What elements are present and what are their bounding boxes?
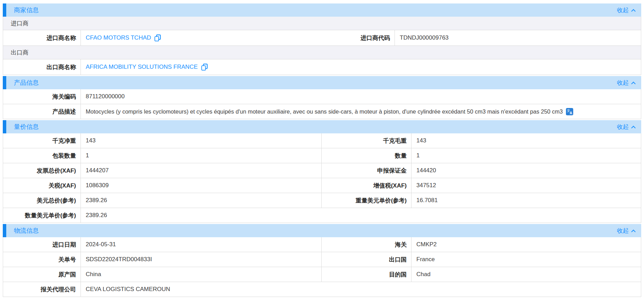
invoice-total-label: 发票总价(XAF) (3, 163, 81, 178)
declared-deposit-value: 144420 (412, 163, 641, 178)
section-title: 量价信息 (14, 123, 39, 131)
quantity-label: 数量 (322, 148, 412, 163)
usd-total-label: 美元总价(参考) (3, 193, 81, 208)
hs-code-row: 海关编码 871120000000 (3, 89, 641, 104)
section-title: 物流信息 (14, 226, 39, 235)
table-row: 关税(XAF) 1086309 增值税(XAF) 347512 (3, 178, 641, 193)
usd-unit-qty-value: 2389.26 (81, 208, 641, 223)
collapse-button[interactable]: 收起 (617, 79, 635, 87)
collapse-button[interactable]: 收起 (617, 227, 635, 235)
table-row: 发票总价(XAF) 1444207 申报保证金 144420 (3, 163, 641, 178)
trade-record-detail: 商家信息 收起 进口商 进口商名称 CFAO MOTORS TCHAD (3, 3, 641, 297)
chevron-up-icon (631, 229, 636, 234)
importer-name-link[interactable]: CFAO MOTORS TCHAD (86, 34, 151, 41)
vat-label: 增值税(XAF) (322, 178, 412, 193)
import-date-label: 进口日期 (3, 237, 81, 252)
hs-code-value: 871120000000 (81, 89, 641, 104)
exporter-name-label: 出口商名称 (3, 59, 81, 75)
collapse-label: 收起 (617, 6, 629, 14)
importer-code-value: TDNDJ000009763 (395, 30, 641, 45)
exporter-name-link[interactable]: AFRICA MOBILITY SOLUTIONS FRANCE (86, 64, 198, 71)
package-qty-value: 1 (81, 148, 322, 163)
export-country-value: France (412, 252, 641, 267)
gross-weight-value: 143 (412, 133, 641, 148)
product-table: 海关编码 871120000000 产品描述 Motocycles (y com… (3, 89, 641, 119)
logistics-section-header: 物流信息 收起 (3, 224, 641, 237)
destination-country-label: 目的国 (322, 267, 412, 282)
exporter-subheader-row: 出口商 (3, 46, 641, 59)
collapse-label: 收起 (617, 227, 629, 235)
customs-order-no-value: SDSD22024TRD004833I (81, 252, 322, 267)
copy-icon[interactable] (201, 64, 208, 71)
product-desc-label: 产品描述 (3, 104, 81, 119)
customs-agent-value: CEVA LOGISTICS CAMEROUN (81, 282, 641, 297)
destination-country-value: Chad (412, 267, 641, 282)
tariff-label: 关税(XAF) (3, 178, 81, 193)
section-accent-bar (3, 76, 6, 89)
exporter-subheader: 出口商 (3, 46, 641, 59)
quantity-price-table: 千克净重 143 千克毛重 143 包装数量 1 数量 1 发票总价(XAF) … (3, 133, 641, 223)
net-weight-value: 143 (81, 133, 322, 148)
section-product-info: 产品信息 收起 海关编码 871120000000 产品描述 Motocycle… (3, 76, 641, 119)
table-row: 原产国 China 目的国 Chad (3, 267, 641, 282)
merchant-section-header: 商家信息 收起 (3, 3, 641, 17)
section-accent-bar (3, 120, 6, 133)
import-date-value: 2024-05-31 (81, 237, 322, 252)
product-desc-text: Motocycles (y compris les cyclomoteurs) … (86, 108, 563, 115)
section-quantity-price-info: 量价信息 收起 千克净重 143 千克毛重 143 包装数量 1 数量 1 发票… (3, 120, 641, 223)
section-title: 商家信息 (14, 6, 39, 14)
hs-code-label: 海关编码 (3, 89, 81, 104)
table-row: 数量美元单价(参考) 2389.26 (3, 208, 641, 223)
importer-code-label: 进口商代码 (314, 30, 395, 45)
collapse-label: 收起 (617, 79, 629, 87)
copy-icon[interactable] (154, 34, 161, 41)
importer-subheader-row: 进口商 (3, 17, 641, 30)
package-qty-label: 包装数量 (3, 148, 81, 163)
vat-value: 347512 (412, 178, 641, 193)
product-section-header: 产品信息 收起 (3, 76, 641, 89)
logistics-table: 进口日期 2024-05-31 海关 CMKP2 关单号 SDSD22024TR… (3, 237, 641, 297)
usd-unit-weight-value: 16.7081 (412, 193, 641, 208)
section-merchant-info: 商家信息 收起 进口商 进口商名称 CFAO MOTORS TCHAD (3, 3, 641, 75)
customs-label: 海关 (322, 237, 412, 252)
section-accent-bar (3, 3, 6, 17)
gross-weight-label: 千克毛重 (322, 133, 412, 148)
collapse-label: 收起 (617, 123, 629, 131)
section-accent-bar (3, 224, 6, 237)
customs-value: CMKP2 (412, 237, 641, 252)
product-desc-row: 产品描述 Motocycles (y compris les cyclomote… (3, 104, 641, 119)
invoice-total-value: 1444207 (81, 163, 322, 178)
origin-country-label: 原产国 (3, 267, 81, 282)
table-row: 包装数量 1 数量 1 (3, 148, 641, 163)
importer-name-label: 进口商名称 (3, 30, 81, 45)
translate-icon[interactable]: 文 A (566, 108, 573, 115)
table-row: 进口日期 2024-05-31 海关 CMKP2 (3, 237, 641, 252)
table-row: 千克净重 143 千克毛重 143 (3, 133, 641, 148)
customs-agent-label: 报关代理公司 (3, 282, 81, 297)
export-country-label: 出口国 (322, 252, 412, 267)
chevron-up-icon (631, 9, 636, 13)
collapse-button[interactable]: 收起 (617, 6, 635, 14)
chevron-up-icon (631, 125, 636, 130)
svg-text:A: A (570, 111, 572, 115)
usd-unit-qty-label: 数量美元单价(参考) (3, 208, 81, 223)
net-weight-label: 千克净重 (3, 133, 81, 148)
quantity-price-section-header: 量价信息 收起 (3, 120, 641, 133)
section-logistics-info: 物流信息 收起 进口日期 2024-05-31 海关 CMKP2 关单号 SDS… (3, 224, 641, 297)
exporter-row: 出口商名称 AFRICA MOBILITY SOLUTIONS FRANCE (3, 59, 641, 75)
merchant-table: 进口商 进口商名称 CFAO MOTORS TCHAD 进口商代码 TDNDJ0… (3, 17, 641, 75)
declared-deposit-label: 申报保证金 (322, 163, 412, 178)
usd-unit-weight-label: 重量美元单价(参考) (322, 193, 412, 208)
tariff-value: 1086309 (81, 178, 322, 193)
customs-order-no-label: 关单号 (3, 252, 81, 267)
importer-row: 进口商名称 CFAO MOTORS TCHAD 进口商代码 TDNDJ00000… (3, 30, 641, 46)
chevron-up-icon (631, 81, 636, 86)
section-title: 产品信息 (14, 78, 39, 87)
usd-total-value: 2389.26 (81, 193, 322, 208)
table-row: 关单号 SDSD22024TRD004833I 出口国 France (3, 252, 641, 267)
table-row: 报关代理公司 CEVA LOGISTICS CAMEROUN (3, 282, 641, 297)
table-row: 美元总价(参考) 2389.26 重量美元单价(参考) 16.7081 (3, 193, 641, 208)
origin-country-value: China (81, 267, 322, 282)
quantity-value: 1 (412, 148, 641, 163)
collapse-button[interactable]: 收起 (617, 123, 635, 131)
